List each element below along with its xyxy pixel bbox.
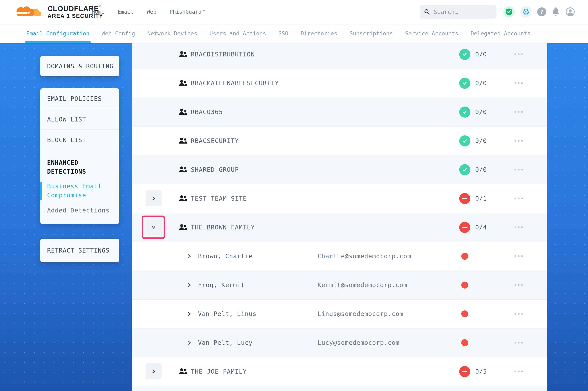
ellipsis-icon: [521, 342, 523, 344]
ellipsis-icon: [521, 313, 523, 315]
status-badge-allowed: [459, 78, 470, 89]
top-nav-item-phishguard-[interactable]: PhishGuard™: [169, 9, 205, 15]
member-count: 0/0: [475, 98, 487, 126]
tab-directories[interactable]: Directories: [300, 24, 337, 43]
group-title: RBACO365: [191, 98, 223, 126]
member-count: 0/0: [475, 43, 487, 69]
row-actions-menu[interactable]: [515, 155, 523, 184]
ellipsis-icon: [521, 255, 523, 257]
expand-chevron-icon[interactable]: [187, 242, 191, 271]
member-email: Charlie@somedemocorp.com: [317, 242, 411, 271]
search-icon: [424, 9, 430, 15]
tab-sso[interactable]: SSO: [279, 24, 289, 43]
row-actions-menu[interactable]: [515, 69, 523, 98]
sidebar-item-retract-settings[interactable]: RETRACT SETTINGS: [40, 239, 119, 262]
status-dot: [461, 253, 468, 260]
top-nav-item-email[interactable]: Email: [118, 9, 134, 15]
tab-email-configuration[interactable]: Email Configuration: [26, 24, 89, 43]
tab-network-devices[interactable]: Network Devices: [147, 24, 197, 43]
sidebar-item-added-detections[interactable]: Added Detections: [47, 206, 112, 215]
settings-gear-icon[interactable]: [520, 6, 532, 18]
sidebar-item-allow-list[interactable]: ALLOW LIST: [40, 109, 119, 130]
ellipsis-icon: [521, 371, 523, 372]
expand-toggle-button[interactable]: [146, 190, 161, 206]
ellipsis-icon: [518, 53, 520, 55]
sidebar-item-block-list[interactable]: BLOCK LIST: [40, 130, 119, 150]
member-name: Brown, Charlie: [198, 242, 253, 271]
ellipsis-icon: [521, 197, 523, 199]
row-actions-menu[interactable]: [515, 213, 523, 242]
ellipsis-icon: [518, 111, 520, 113]
ellipsis-icon: [518, 371, 520, 372]
row-actions-menu[interactable]: [515, 242, 523, 271]
sidebar-card-retract: RETRACT SETTINGS: [40, 239, 119, 262]
row-actions-menu[interactable]: [515, 328, 523, 357]
search-input[interactable]: [434, 8, 492, 15]
sidebar-section-enhanced-detections: ENHANCED DETECTIONS Business Email Compr…: [40, 150, 119, 224]
table-row-group: SHARED_GROUP0/0: [132, 155, 547, 184]
tab-web-config[interactable]: Web Config: [102, 24, 135, 43]
member-email: Lucy@somedemocorp.com: [317, 328, 399, 357]
minus-icon: [462, 371, 467, 372]
expand-chevron-icon[interactable]: [187, 328, 191, 357]
table-row-member: Van Pelt, LucyLucy@somedemocorp.com: [132, 328, 547, 357]
row-actions-menu[interactable]: [515, 299, 523, 328]
table-row-group: RBACSECURITY0/0: [132, 126, 547, 155]
status-dot: [461, 339, 468, 346]
sidebar-item-email-policies[interactable]: EMAIL POLICIES: [40, 88, 119, 109]
top-nav-item-web[interactable]: Web: [147, 9, 156, 15]
ellipsis-icon: [518, 169, 520, 171]
group-icon: [179, 184, 188, 213]
row-actions-menu[interactable]: [515, 184, 523, 213]
group-icon: [179, 357, 188, 386]
account-icon[interactable]: [566, 7, 575, 16]
expand-chevron-icon[interactable]: [187, 299, 191, 328]
expand-toggle-button[interactable]: [146, 363, 161, 379]
ellipsis-icon: [515, 284, 516, 286]
check-icon: [462, 167, 468, 173]
row-actions-menu[interactable]: [515, 357, 523, 386]
sidebar: DOMAINS & ROUTING EMAIL POLICIES ALLOW L…: [0, 43, 132, 391]
row-actions-menu[interactable]: [515, 98, 523, 126]
ellipsis-icon: [518, 226, 520, 228]
tab-service-accounts[interactable]: Service Accounts: [405, 24, 458, 43]
content-panel: RBACDISTRUBUTION0/0RBACMAILENABLESECURIT…: [132, 43, 547, 391]
chevron-down-icon: [151, 224, 156, 230]
member-count: 0/0: [475, 126, 487, 155]
ellipsis-icon: [515, 111, 516, 113]
tab-delegated-accounts[interactable]: Delegated Accounts: [471, 24, 531, 43]
sidebar-item-domains-routing[interactable]: DOMAINS & ROUTING: [40, 56, 119, 76]
top-nav: HomeEmailWebPhishGuard™: [92, 0, 205, 24]
cloudflare-logo-icon: [12, 5, 44, 18]
status-badge-blocked: [459, 193, 470, 204]
check-icon: [462, 52, 468, 57]
expand-toggle-button[interactable]: [146, 219, 161, 235]
ellipsis-icon: [515, 82, 516, 84]
top-nav-item-home[interactable]: Home: [92, 9, 105, 15]
row-actions-menu[interactable]: [515, 271, 523, 299]
tab-subscriptions[interactable]: Subscriptions: [349, 24, 393, 43]
help-icon[interactable]: [537, 7, 546, 16]
ellipsis-icon: [515, 371, 516, 372]
table-row-partial: [132, 386, 547, 391]
table-row-group: RBACO3650/0: [132, 98, 547, 126]
shield-check-icon[interactable]: [503, 6, 515, 18]
check-icon: [462, 109, 468, 115]
active-indicator-bar: [40, 182, 42, 200]
group-title: RBACDISTRUBUTION: [191, 43, 255, 69]
group-title: TEST TEAM SITE: [191, 184, 247, 213]
status-badge-blocked: [459, 222, 470, 233]
sidebar-item-business-email-compromise[interactable]: Business Email Compromise: [47, 182, 112, 200]
group-icon: [179, 43, 188, 69]
ellipsis-icon: [515, 313, 516, 315]
group-title: RBACSECURITY: [191, 126, 239, 155]
member-name: Frog, Kermit: [198, 271, 245, 299]
brand: CLOUDFLARE® AREA 1 SECURITY: [12, 5, 103, 19]
notifications-bell-icon[interactable]: [552, 7, 560, 16]
tab-users-and-actions[interactable]: Users and Actions: [209, 24, 266, 43]
row-actions-menu[interactable]: [515, 126, 523, 155]
table-row-member: Brown, CharlieCharlie@somedemocorp.com: [132, 242, 547, 271]
expand-chevron-icon[interactable]: [187, 271, 191, 299]
row-actions-menu[interactable]: [515, 43, 523, 69]
ellipsis-icon: [518, 313, 520, 315]
